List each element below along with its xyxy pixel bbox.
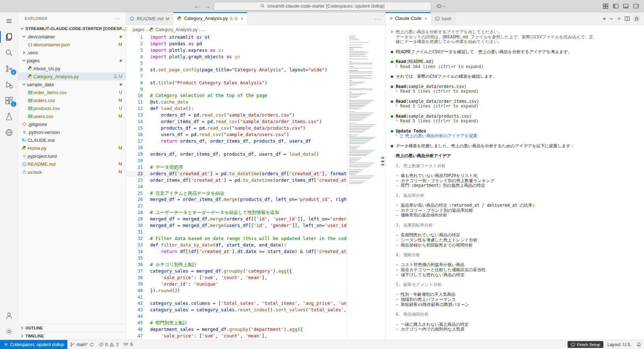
code-line[interactable]: 41 — [126, 294, 347, 300]
todo-link[interactable]: 売上の悪い商品分析のアイデアを提案 — [405, 133, 477, 138]
toggle-secondary-sidebar-icon[interactable] — [633, 3, 639, 9]
tree-file-.python-version[interactable]: ≡.python-version — [18, 128, 126, 136]
close-icon[interactable]: × — [424, 16, 427, 21]
panel-tab-ClaudeCode[interactable]: ✳Claude Code× — [386, 12, 431, 25]
code-line[interactable]: 1import streamlit as st — [126, 34, 347, 41]
nav-forward-icon[interactable]: → — [205, 3, 210, 9]
split-terminal-icon[interactable] — [624, 16, 630, 21]
terminal-dropdown-icon[interactable] — [610, 17, 614, 21]
explorer-icon[interactable] — [0, 29, 18, 45]
tree-folder-pages[interactable]: pages — [18, 56, 126, 64]
tab-README.md[interactable]: iREADME.mdM — [126, 12, 173, 25]
problems-indicator[interactable]: 0 2 — [96, 340, 121, 349]
code-line[interactable]: 9 — [126, 86, 347, 93]
panel-tab-bash[interactable]: bash — [431, 12, 456, 25]
code-line[interactable]: 32# Filter data based on date range (thi… — [126, 235, 347, 242]
code-line[interactable]: 29merged_df = merged_df.merge(orders_df[… — [126, 216, 347, 222]
tree-file-devcontainer.json[interactable]: {}devcontainer.jsonM — [18, 41, 126, 49]
code-line[interactable]: 5 — [126, 60, 347, 67]
code-line[interactable]: 31 — [126, 229, 347, 235]
code-line[interactable]: 17 return orders_df, order_items_df, pro… — [126, 138, 347, 144]
tree-file-Category_Analysis.py[interactable]: Category_Analysis.py2, U — [18, 72, 126, 80]
timeline-section[interactable]: TIMELINE — [18, 332, 126, 340]
tree-file-pyproject.toml[interactable]: pyproject.toml — [18, 152, 126, 160]
testing-icon[interactable] — [0, 109, 18, 125]
code-line[interactable]: 37category_sales = merged_df.groupby('ca… — [126, 268, 347, 274]
menu-icon[interactable] — [0, 13, 18, 29]
remote-indicator[interactable]: Codespaces: opulent dollop — [0, 340, 67, 349]
code-line[interactable]: 39 'order_id': 'nunique' — [126, 281, 347, 287]
code-line[interactable]: 25# 注文アイテムと商品データを結合 — [126, 190, 347, 197]
code-line[interactable]: 44 — [126, 313, 347, 320]
code-line[interactable]: 7 — [126, 73, 347, 80]
claude-code-terminal[interactable]: > 売上の悪い商品を分析するアイデアを出してください。データセットの説明は、@R… — [386, 25, 644, 340]
customize-layout-icon[interactable] — [603, 3, 608, 9]
remote-explorer-icon[interactable] — [0, 125, 18, 140]
tree-folder-.venv[interactable]: .venv — [18, 49, 126, 56]
editor-more-actions-icon[interactable]: ··· — [370, 12, 385, 25]
code-line[interactable]: 24 — [126, 184, 347, 190]
tree-folder-.devcontainer[interactable]: .devcontainer — [18, 33, 126, 41]
tree-file-Home.py[interactable]: Home.pyM — [18, 144, 126, 152]
code-editor[interactable]: 1import streamlit as st2import pandas as… — [126, 34, 385, 340]
minimap[interactable] — [347, 34, 380, 340]
code-line[interactable]: 43category_sales = category_sales.reset_… — [126, 307, 347, 313]
tree-file-products.csv[interactable]: products.csvU — [18, 104, 126, 112]
code-line[interactable]: 27 — [126, 203, 347, 209]
tree-file-About_Us.py[interactable]: About_Us.py — [18, 64, 126, 72]
tab-Category_Analysis.py[interactable]: Category_Analysis.py2, U× — [173, 12, 248, 25]
extensions-icon[interactable]: 1 — [0, 93, 18, 109]
tree-file-users.csv[interactable]: users.csvM — [18, 112, 126, 120]
workspace-root[interactable]: STREAMLIT-CLAUDE-CODE-STARTER [CODESP...… — [18, 25, 126, 33]
code-line[interactable]: 45# 部門別売上集計 — [126, 320, 347, 326]
lock-icon[interactable] — [633, 16, 640, 22]
code-line[interactable]: 34 return df[(df['created_at'].dt.date >… — [126, 248, 347, 255]
code-line[interactable]: 12def load_data(): — [126, 105, 347, 112]
finish-setup-button[interactable]: Finish Setup — [568, 341, 603, 348]
branch-indicator[interactable]: main* — [67, 340, 96, 349]
tree-file-.gitignore[interactable]: .gitignore — [18, 120, 126, 128]
tree-file-README.md[interactable]: iREADME.mdM — [18, 160, 126, 168]
code-line[interactable]: 11@st.cache_data — [126, 99, 347, 105]
code-line[interactable]: 16 users_df = pd.read_csv("sample_data/u… — [126, 131, 347, 138]
breadcrumb-item[interactable]: Category_Analysis.py — [149, 27, 198, 32]
copilot-menu[interactable] — [436, 3, 446, 9]
breadcrumb-item[interactable]: pages — [133, 27, 145, 32]
code-line[interactable]: 33def filter_data_by_date(df, start_date… — [126, 242, 347, 248]
source-control-icon[interactable]: 9 — [0, 61, 18, 77]
code-line[interactable]: 6st.set_page_config(page_title="Category… — [126, 67, 347, 73]
tree-file-uv.lock[interactable]: uv.lockM — [18, 168, 126, 176]
code-line[interactable]: 36# カテゴリ別売上集計 — [126, 261, 347, 268]
code-line[interactable]: 40}).round(2) — [126, 287, 347, 294]
tree-file-CLAUDE.md[interactable]: M↓CLAUDE.md — [18, 136, 126, 144]
code-line[interactable]: 19orders_df, order_items_df, products_df… — [126, 151, 347, 157]
breadcrumb-item[interactable]: ... — [202, 27, 205, 32]
claude-line[interactable]: └ Read 5 lines (ctrl+r to expand) — [391, 104, 640, 109]
toggle-panel-icon[interactable] — [623, 3, 629, 9]
code-line[interactable]: 42category_sales.columns = ['total_sales… — [126, 300, 347, 307]
code-line[interactable]: 3import plotly.express as px — [126, 47, 347, 54]
new-terminal-icon[interactable]: + — [603, 16, 606, 22]
notifications-bell-icon[interactable] — [634, 340, 644, 349]
code-line[interactable]: 8st.title("Product Category Sales Analys… — [126, 80, 347, 86]
code-line[interactable]: 20 — [126, 157, 347, 164]
search-view-icon[interactable] — [0, 45, 18, 61]
code-line[interactable]: 23order_items_df['created_at'] = pd.to_d… — [126, 177, 347, 184]
code-line[interactable]: 13 orders_df = pd.read_csv("sample_data/… — [126, 112, 347, 118]
tree-file-order_items.csv[interactable]: order_items.csvU — [18, 88, 126, 96]
code-line[interactable]: 18 — [126, 144, 347, 151]
code-line[interactable]: 14 order_items_df = pd.read_csv("sample_… — [126, 118, 347, 125]
code-line[interactable]: 38 'sale_price': ['sum', 'count', 'mean'… — [126, 274, 347, 281]
close-icon[interactable]: × — [241, 16, 244, 21]
run-debug-icon[interactable] — [0, 77, 18, 93]
code-line[interactable]: 26merged_df = order_items_df.merge(produ… — [126, 196, 347, 203]
explorer-more-actions-icon[interactable]: ··· — [115, 16, 121, 21]
claude-asterisk-icon[interactable]: ✳ — [617, 16, 621, 21]
settings-gear-icon[interactable] — [0, 324, 18, 340]
code-line[interactable]: 2import pandas as pd — [126, 41, 347, 47]
code-line[interactable]: 22orders_df['created_at'] = pd.to_dateti… — [126, 171, 347, 177]
command-center-search[interactable]: streamlit-claude-code-starter [Codespace… — [214, 2, 431, 10]
code-line[interactable]: 30merged_df = merged_df.merge(users_df[[… — [126, 222, 347, 229]
tree-file-orders.csv[interactable]: orders.csvM — [18, 96, 126, 104]
claude-line[interactable]: └ Read 5 lines (ctrl+r to expand) — [391, 119, 640, 124]
